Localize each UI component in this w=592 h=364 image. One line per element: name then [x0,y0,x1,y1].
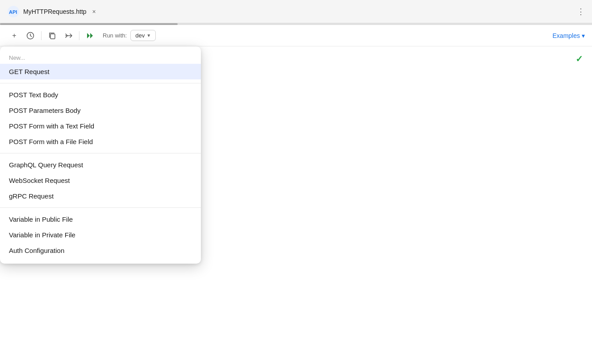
menu-item-post-form-file-field[interactable]: POST Form with a File Field [0,134,201,149]
scroll-thumb [0,23,178,25]
title-bar: API MyHTTPRequests.http × ⋮ [0,0,592,23]
menu-item-label: WebSocket Request [9,177,70,184]
new-request-dropdown: New... GET Request POST Text Body POST P… [0,46,201,264]
menu-item-variable-private[interactable]: Variable in Private File [0,227,201,243]
svg-text:API: API [9,9,17,15]
toolbar: + Run with: dev ▼ Examples ▾ [0,25,592,46]
history-icon [26,32,34,40]
main-content: .host:8080/api/v1/employees ✓ New... GET… [0,46,592,364]
run-all-icon [86,32,95,40]
run-all-button[interactable] [83,29,97,43]
export-button[interactable] [61,29,75,43]
examples-button[interactable]: Examples ▾ [553,32,585,39]
menu-divider-1 [0,83,201,83]
export-icon [64,32,72,40]
menu-item-label: gRPC Request [9,192,54,200]
menu-item-post-text-body[interactable]: POST Text Body [0,87,201,103]
menu-item-label: POST Form with a File Field [9,138,93,145]
copy-icon [48,32,56,40]
menu-divider-2 [0,153,201,153]
menu-item-label: POST Form with a Text Field [9,122,94,130]
menu-item-label: Auth Configuration [9,247,64,254]
add-button[interactable]: + [7,29,21,43]
menu-item-label: POST Text Body [9,91,58,99]
more-menu-button[interactable]: ⋮ [577,7,585,17]
menu-item-label: GET Request [9,68,50,75]
env-chevron-icon: ▼ [146,33,151,38]
env-value: dev [135,32,145,39]
tab-close-button[interactable]: × [90,8,98,16]
toolbar-divider-1 [41,31,42,40]
menu-item-label: POST Parameters Body [9,107,81,114]
menu-item-graphql-query[interactable]: GraphQL Query Request [0,157,201,173]
menu-item-post-parameters-body[interactable]: POST Parameters Body [0,103,201,118]
run-with-label: Run with: [103,32,127,39]
menu-item-websocket[interactable]: WebSocket Request [0,173,201,188]
menu-divider-3 [0,207,201,208]
menu-item-grpc[interactable]: gRPC Request [0,188,201,204]
scroll-indicator [0,23,592,25]
examples-chevron-icon: ▾ [582,32,585,39]
environment-selector[interactable]: dev ▼ [130,30,156,41]
menu-item-label: Variable in Private File [9,231,75,239]
menu-item-variable-public[interactable]: Variable in Public File [0,211,201,227]
examples-label: Examples [553,32,580,39]
check-icon: ✓ [575,54,583,64]
dropdown-overlay: New... GET Request POST Text Body POST P… [0,46,201,364]
history-button[interactable] [23,29,38,43]
svg-rect-3 [50,34,55,39]
menu-item-auth-configuration[interactable]: Auth Configuration [0,243,201,258]
menu-item-label: GraphQL Query Request [9,161,83,169]
api-logo-icon: API [7,5,20,18]
new-section-label: New... [0,52,201,64]
menu-item-post-form-text-field[interactable]: POST Form with a Text Field [0,118,201,134]
menu-item-get-request[interactable]: GET Request [0,64,201,79]
tab-filename: MyHTTPRequests.http [23,8,87,15]
menu-item-label: Variable in Public File [9,215,73,223]
toolbar-divider-2 [79,31,79,40]
copy-button[interactable] [45,29,59,43]
